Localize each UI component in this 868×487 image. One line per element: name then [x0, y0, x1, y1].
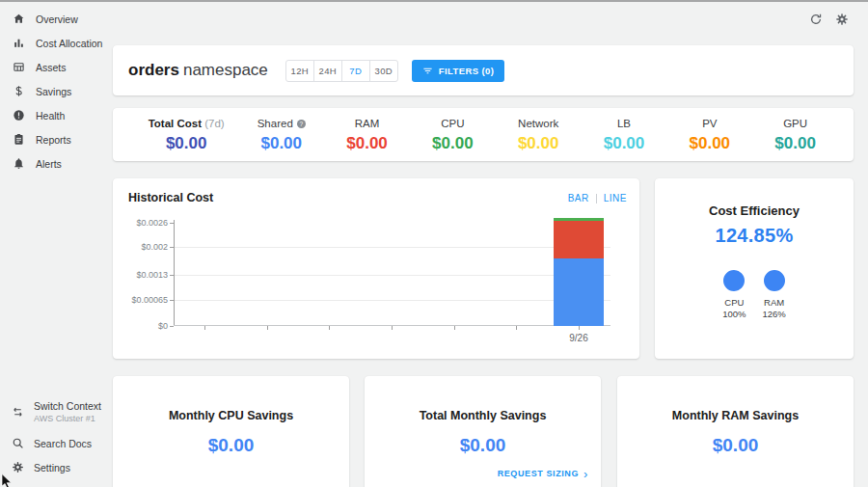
- bar-chart-icon: [13, 37, 25, 49]
- bar-segment-red[interactable]: [554, 221, 604, 258]
- cost-summary-card: Total Cost (7d) $0.00 Shared? $0.00 RAM …: [113, 108, 854, 161]
- refresh-icon[interactable]: [809, 13, 823, 26]
- savings-card-value: $0.00: [365, 435, 601, 456]
- efficiency-value: 124.85%: [655, 225, 854, 247]
- time-range-30d[interactable]: 30D: [369, 60, 398, 82]
- filters-button[interactable]: FILTERS (0): [412, 60, 505, 82]
- gridline: [174, 300, 610, 301]
- chart-title: Historical Cost: [128, 191, 213, 204]
- gear-icon: [12, 461, 24, 473]
- sidebar-item-settings[interactable]: Settings: [0, 461, 70, 473]
- savings-card-monthly-cpu-savings: Monthly CPU Savings $0.00: [113, 376, 349, 487]
- cost-efficiency-card: Cost Efficiency 124.85% CPU 100% RAM 126…: [655, 178, 854, 359]
- chart-type-toggle: BARLINE: [568, 193, 627, 203]
- sidebar-item-savings[interactable]: Savings: [0, 79, 102, 103]
- sidebar-item-health[interactable]: Health: [0, 103, 102, 127]
- time-range-7d[interactable]: 7D: [341, 60, 370, 82]
- cluster-context-label: AWS Cluster #1: [34, 414, 101, 423]
- app-root: { "topbar": { "icons": [ { "name": "refr…: [0, 0, 868, 487]
- sidebar-item-switch-context[interactable]: Switch Context AWS Cluster #1: [0, 400, 101, 423]
- metric-network: Network $0.00: [496, 118, 582, 161]
- reports-icon: [13, 133, 25, 146]
- metric-label: Total Cost (7d): [134, 118, 238, 129]
- efficiency-donut-ram: RAM 126%: [763, 270, 786, 319]
- metric-total-cost: Total Cost (7d) $0.00: [134, 118, 238, 161]
- filters-button-label: FILTERS (0): [439, 66, 495, 76]
- sidebar-item-cost-allocation[interactable]: Cost Allocation: [0, 31, 102, 55]
- x-axis-label: 9/26: [569, 333, 587, 343]
- x-tick: [392, 326, 393, 330]
- topbar-actions: [809, 13, 849, 26]
- metric-ram: RAM $0.00: [324, 118, 410, 161]
- request-sizing-link[interactable]: REQUEST SIZING›: [498, 469, 588, 478]
- metric-cpu: CPU $0.00: [410, 118, 496, 161]
- efficiency-donuts: CPU 100% RAM 126%: [655, 270, 854, 319]
- time-range-12h[interactable]: 12H: [285, 60, 314, 82]
- sidebar-item-label: Search Docs: [34, 438, 92, 449]
- metric-label: PV: [666, 118, 752, 129]
- assets-icon: [13, 61, 25, 73]
- metric-value: $0.00: [410, 134, 496, 153]
- y-axis-label: $0.0013: [114, 270, 168, 280]
- sidebar-item-reports[interactable]: Reports: [0, 127, 102, 151]
- x-tick: [454, 326, 455, 330]
- sidebar-item-text: Switch Context AWS Cluster #1: [34, 400, 101, 423]
- sidebar-item-label: Reports: [36, 134, 71, 146]
- y-tick: [170, 326, 174, 327]
- savings-card-value: $0.00: [113, 435, 349, 456]
- time-range-24h[interactable]: 24H: [313, 60, 342, 82]
- bar-segment-blue[interactable]: [554, 258, 604, 326]
- historical-cost-card: Historical Cost BARLINE $0.0026$0.002$0.…: [113, 178, 639, 359]
- sidebar-item-label: Settings: [34, 462, 70, 473]
- health-icon: [13, 109, 25, 122]
- metric-value: $0.00: [238, 134, 324, 153]
- time-range-group: 12H24H7D30D: [285, 60, 398, 82]
- page-title-name: orders: [128, 61, 179, 79]
- x-tick: [516, 326, 517, 330]
- sidebar: Overview Cost Allocation Assets Savings …: [0, 2, 102, 487]
- efficiency-donut-cpu: CPU 100%: [722, 270, 746, 319]
- sidebar-nav: Overview Cost Allocation Assets Savings …: [0, 2, 102, 176]
- savings-card-title: Monthly CPU Savings: [113, 409, 349, 422]
- chart-toggle-bar[interactable]: BAR: [568, 193, 589, 203]
- metric-label: RAM: [324, 118, 410, 129]
- efficiency-title: Cost Efficiency: [655, 203, 854, 218]
- sidebar-item-label: Cost Allocation: [36, 38, 102, 49]
- donut-percent: 100%: [722, 309, 746, 319]
- sidebar-item-text: Settings: [34, 462, 70, 473]
- x-tick: [267, 326, 268, 330]
- metric-shared: Shared? $0.00: [238, 118, 324, 161]
- toggle-divider: [596, 194, 597, 203]
- gear-icon[interactable]: [835, 13, 849, 26]
- x-tick: [579, 326, 580, 330]
- gridline: [174, 247, 610, 248]
- savings-card-title: Monthly RAM Savings: [617, 409, 854, 422]
- sidebar-item-search-docs[interactable]: Search Docs: [0, 437, 92, 449]
- page-title-kind: namespace: [183, 61, 268, 79]
- sidebar-item-overview[interactable]: Overview: [0, 7, 102, 31]
- window-top-border: [0, 0, 868, 2]
- namespace-header-card: ordersnamespace 12H24H7D30D FILTERS (0): [113, 45, 854, 95]
- sidebar-item-label: Switch Context: [34, 400, 101, 412]
- y-axis-label: $0.0026: [114, 218, 168, 228]
- metric-label: Shared?: [238, 118, 324, 129]
- sidebar-item-alerts[interactable]: Alerts: [0, 151, 102, 176]
- metric-label: Network: [496, 118, 582, 129]
- savings-card-title: Total Monthly Savings: [365, 409, 601, 422]
- dollar-icon: [13, 85, 25, 97]
- sidebar-item-label: Savings: [36, 86, 71, 97]
- chart-toggle-line[interactable]: LINE: [604, 193, 627, 203]
- bar-segment-green[interactable]: [554, 218, 604, 221]
- page-title: ordersnamespace: [128, 61, 268, 80]
- metric-value: $0.00: [324, 134, 410, 153]
- y-axis-label: $0.002: [114, 242, 168, 252]
- switch-icon: [12, 406, 24, 419]
- metric-lb: LB $0.00: [582, 118, 667, 161]
- metric-label: CPU: [410, 118, 496, 129]
- metric-label: LB: [582, 118, 667, 129]
- y-axis-label: $0: [114, 321, 168, 331]
- sidebar-item-assets[interactable]: Assets: [0, 55, 102, 79]
- x-tick: [329, 326, 330, 330]
- savings-card-value: $0.00: [617, 435, 854, 456]
- info-icon[interactable]: ?: [297, 120, 306, 128]
